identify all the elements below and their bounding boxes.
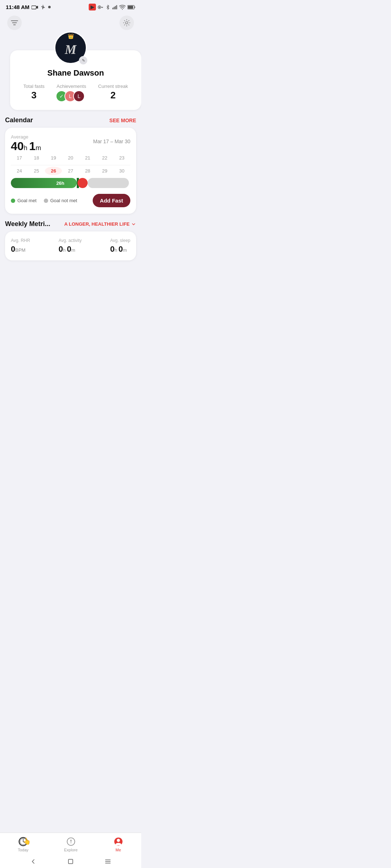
cal-bar-red-dot xyxy=(77,178,88,188)
current-streak-value: 2 xyxy=(98,90,128,100)
cal-progress-bar: 26h xyxy=(11,178,130,188)
calendar-section-title: Calendar xyxy=(5,116,33,124)
chevron-down-icon xyxy=(131,222,136,227)
cal-avg-minutes: 1 xyxy=(29,140,36,153)
svg-rect-5 xyxy=(101,7,103,7)
status-dot xyxy=(48,6,51,8)
crown-icon: 👑 xyxy=(68,33,74,39)
calendar-avg-header: Average 40h 1m Mar 17 – Mar 30 xyxy=(11,134,130,153)
status-time: 11:48 AM xyxy=(6,4,29,10)
settings-icon xyxy=(123,19,131,27)
filter-icon xyxy=(11,20,18,26)
svg-rect-7 xyxy=(113,8,113,9)
metrics-row: Avg. RHR 0BPM Avg. activity 0h 0m Avg. s… xyxy=(11,238,130,254)
cal-bar-grey xyxy=(88,178,129,188)
top-navigation xyxy=(0,13,141,31)
avg-sleep-label: Avg. sleep xyxy=(110,238,130,243)
legend-goal-met: Goal met xyxy=(11,198,37,203)
cal-divider xyxy=(11,165,130,165)
filter-button[interactable] xyxy=(7,16,22,30)
cal-bar-green xyxy=(11,178,77,188)
key-icon xyxy=(98,5,104,9)
avg-activity-label: Avg. activity xyxy=(59,238,82,243)
cal-day-28: 28 xyxy=(79,167,96,175)
legend-dot-green xyxy=(11,199,15,203)
see-more-button[interactable]: SEE MORE xyxy=(109,118,136,123)
calendar-card: Average 40h 1m Mar 17 – Mar 30 17 18 19 … xyxy=(5,128,136,214)
nav-spacer xyxy=(0,260,141,300)
cal-day-26: 26 xyxy=(45,167,62,175)
svg-rect-10 xyxy=(116,5,117,9)
cal-date-range: Mar 17 – Mar 30 xyxy=(93,139,130,144)
svg-point-18 xyxy=(126,22,128,24)
wifi-icon xyxy=(119,5,126,10)
calendar-week-2: 24 25 26 27 28 29 30 xyxy=(11,167,130,175)
svg-rect-13 xyxy=(128,5,133,8)
current-streak-label: Current streak xyxy=(98,84,128,89)
battery-icon xyxy=(127,5,135,9)
avg-activity-metric: Avg. activity 0h 0m xyxy=(59,238,82,254)
status-bar: 11:48 AM ▶ xyxy=(0,0,141,13)
add-fast-button[interactable]: Add Fast xyxy=(93,194,130,207)
profile-name: Shane Dawson xyxy=(17,68,134,78)
cal-avg-hours: 40 xyxy=(11,140,24,153)
achievements-label: Achievements xyxy=(56,84,86,89)
svg-rect-14 xyxy=(134,6,135,8)
avg-sleep-minutes: 0 xyxy=(118,244,123,254)
current-streak-stat: Current streak 2 xyxy=(98,84,128,100)
calendar-section-header: Calendar SEE MORE xyxy=(0,110,141,128)
status-left: 11:48 AM xyxy=(6,4,51,10)
avg-rhr-number: 0 xyxy=(11,244,15,254)
legend-dot-grey xyxy=(44,199,48,203)
weekly-metrics-subtitle[interactable]: A LONGER, HEALTHIER LIFE xyxy=(64,221,136,227)
avg-rhr-unit: BPM xyxy=(15,247,25,253)
camera-icon xyxy=(31,5,38,9)
achievements-badges: ✓ L L xyxy=(56,90,86,102)
cal-day-18: 18 xyxy=(28,154,45,162)
avatar-wrapper: 👑 M ✎ xyxy=(54,31,87,64)
svg-rect-0 xyxy=(31,6,36,9)
legend-goal-not-met-label: Goal not met xyxy=(50,198,77,203)
total-fasts-label: Total fasts xyxy=(24,84,45,89)
avg-sleep-hours: 0 xyxy=(110,244,114,254)
cal-day-24: 24 xyxy=(11,167,28,175)
profile-section: 👑 M ✎ Shane Dawson Total fasts 3 Achieve… xyxy=(5,31,136,110)
settings-button[interactable] xyxy=(119,16,134,30)
cal-day-27: 27 xyxy=(62,167,79,175)
avg-activity-minutes: 0 xyxy=(67,244,71,254)
recording-icon: ▶ xyxy=(89,4,96,10)
cal-progress-row: 26h xyxy=(11,178,130,188)
avg-activity-hours: 0 xyxy=(59,244,63,254)
avg-sleep-metric: Avg. sleep 0h 0m xyxy=(110,238,130,254)
cal-day-19: 19 xyxy=(45,154,62,162)
profile-stats: Total fasts 3 Achievements ✓ L L Current… xyxy=(17,84,134,102)
avg-rhr-label: Avg. RHR xyxy=(11,238,30,243)
cal-day-29: 29 xyxy=(96,167,113,175)
svg-point-4 xyxy=(99,7,100,8)
cal-day-30: 30 xyxy=(113,167,130,175)
avg-rhr-metric: Avg. RHR 0BPM xyxy=(11,238,30,254)
cal-day-23: 23 xyxy=(113,154,130,162)
avg-rhr-value: 0BPM xyxy=(11,244,30,254)
avg-sleep-value: 0h 0m xyxy=(110,244,130,254)
weekly-metrics-header: Weekly Metri... A LONGER, HEALTHIER LIFE xyxy=(0,214,141,231)
avatar-letter: M xyxy=(65,42,76,57)
weekly-subtitle-text: A LONGER, HEALTHIER LIFE xyxy=(64,221,130,227)
badge-dark-red: L xyxy=(73,90,85,102)
weekly-metrics-title: Weekly Metri... xyxy=(5,220,50,228)
total-fasts-value: 3 xyxy=(24,90,45,100)
cal-legend: Goal met Goal not met Add Fast xyxy=(11,194,130,207)
cal-day-20: 20 xyxy=(62,154,79,162)
svg-rect-6 xyxy=(102,7,102,8)
avatar-edit-button[interactable]: ✎ xyxy=(79,56,88,65)
svg-rect-9 xyxy=(115,6,116,9)
svg-point-2 xyxy=(43,7,44,8)
bluetooth-icon xyxy=(105,5,110,10)
svg-point-11 xyxy=(122,9,123,9)
legend-goal-met-label: Goal met xyxy=(17,198,37,203)
cal-day-17: 17 xyxy=(11,154,28,162)
cal-day-21: 21 xyxy=(79,154,96,162)
cal-day-22: 22 xyxy=(96,154,113,162)
legend-goal-not-met: Goal not met xyxy=(44,198,77,203)
weekly-metrics-card: Avg. RHR 0BPM Avg. activity 0h 0m Avg. s… xyxy=(5,231,136,260)
